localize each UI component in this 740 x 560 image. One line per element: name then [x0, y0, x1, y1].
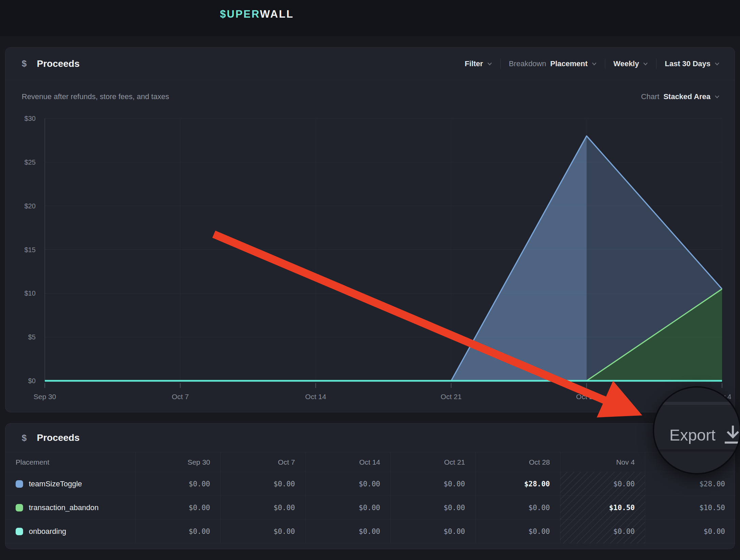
column-header: Oct 14	[305, 452, 390, 472]
table-cell: $0.00	[475, 520, 560, 543]
y-axis-label: $10	[24, 290, 36, 297]
logo-white-part: WALL	[260, 8, 294, 20]
table-cell: $0.00	[475, 496, 560, 520]
chevron-down-icon	[643, 62, 648, 66]
interval-select[interactable]: Weekly	[605, 59, 656, 68]
chart-panel-title: Proceeds	[37, 58, 79, 69]
table-cell: $0.00	[560, 472, 645, 496]
superwall-logo: $UPERWALL	[220, 8, 294, 20]
x-axis-label: Sep 30	[34, 393, 56, 400]
table-cell: $28.00	[475, 472, 560, 496]
table-border	[645, 452, 645, 543]
chart-subtitle: Revenue after refunds, store fees, and t…	[22, 92, 169, 101]
table-border	[305, 452, 306, 543]
y-axis-label: $20	[24, 202, 36, 210]
table-cell: $0.00	[645, 520, 735, 543]
dollar-icon: $	[22, 58, 26, 69]
proceeds-table-panel: $ Proceeds Export PlacementSep 30Oct 7Oc…	[5, 423, 735, 549]
logo-teal-part: $UPER	[220, 8, 260, 20]
topbar: $UPERWALL	[0, 0, 740, 36]
column-header: Oct 28	[475, 452, 560, 472]
column-header: Oct 21	[390, 452, 475, 472]
filter-button[interactable]: Filter	[457, 59, 500, 68]
y-axis-label: $0	[28, 377, 36, 385]
table-border	[220, 452, 221, 543]
column-header: Oct 7	[220, 452, 305, 472]
table-cell: $0.00	[305, 520, 390, 543]
date-range-value: Last 30 Days	[665, 59, 710, 68]
breakdown-label: Breakdown	[509, 59, 546, 68]
chart-controls: Filter Breakdown Placement Weekly Last 3…	[457, 59, 720, 69]
table-row-label: teamSizeToggle	[5, 472, 135, 496]
table-cell: $10.50	[560, 496, 645, 520]
table-cell: $0.00	[390, 520, 475, 543]
y-axis-label: $5	[28, 333, 36, 341]
placement-name: onboarding	[29, 527, 66, 536]
column-header: Placement	[5, 452, 135, 472]
table-border	[135, 452, 136, 543]
chart-type-value: Stacked Area	[663, 92, 710, 101]
table-cell: $0.00	[305, 496, 390, 520]
column-header: Nov 4	[560, 452, 645, 472]
table-border	[475, 452, 476, 543]
y-axis-label: $15	[24, 246, 36, 254]
x-axis-label: Oct 14	[305, 393, 326, 400]
download-icon	[723, 424, 740, 447]
chart-subbar: Revenue after refunds, store fees, and t…	[5, 80, 735, 113]
chevron-down-icon	[715, 62, 720, 66]
series-swatch-icon	[16, 504, 23, 511]
x-axis-label: Oct 28	[576, 393, 597, 400]
placement-name: transaction_abandon	[29, 503, 99, 512]
table-cell: $28.00	[645, 472, 735, 496]
proceeds-chart-panel: $ Proceeds Filter Breakdown Placement We…	[5, 47, 735, 412]
breakdown-value: Placement	[550, 59, 588, 68]
placement-name: teamSizeToggle	[29, 480, 82, 488]
table-panel-titlebar: $ Proceeds Export	[5, 424, 735, 452]
chart-type-select[interactable]: Chart Stacked Area	[633, 92, 720, 101]
chevron-down-icon	[715, 95, 720, 98]
table-row-label: transaction_abandon	[5, 496, 135, 520]
dollar-icon: $	[22, 433, 26, 443]
export-button-magnified[interactable]: Export	[664, 423, 721, 447]
chart-panel-titlebar: $ Proceeds Filter Breakdown Placement We…	[5, 48, 735, 80]
bubble-divider	[654, 449, 740, 452]
table-cell: $0.00	[305, 472, 390, 496]
interval-value: Weekly	[613, 59, 639, 68]
table-cell: $0.00	[135, 496, 220, 520]
table-border	[560, 452, 560, 543]
magnifier-bubble: Export	[653, 386, 740, 474]
table-border	[390, 452, 391, 543]
y-axis-label: $30	[24, 115, 36, 122]
breakdown-select[interactable]: Breakdown Placement	[501, 59, 605, 68]
y-axis-label: $25	[24, 158, 36, 166]
chevron-down-icon	[487, 62, 492, 66]
chart-type-label: Chart	[641, 92, 660, 101]
table-cell: $0.00	[135, 520, 220, 543]
filter-label: Filter	[465, 59, 483, 68]
table-panel-title: Proceeds	[37, 432, 79, 443]
table-cell: $0.00	[135, 472, 220, 496]
proceeds-table: PlacementSep 30Oct 7Oct 14Oct 21Oct 28No…	[5, 452, 735, 543]
x-axis-label: Oct 7	[172, 393, 189, 400]
series-swatch-icon	[16, 528, 23, 535]
table-cell: $0.00	[220, 520, 305, 543]
x-axis-label: Oct 21	[441, 393, 462, 400]
table-cell: $0.00	[390, 496, 475, 520]
table-cell: $0.00	[390, 472, 475, 496]
page: $UPERWALL $ Proceeds Filter Breakdown Pl…	[0, 0, 740, 560]
series-swatch-icon	[16, 480, 23, 488]
column-header: Sep 30	[135, 452, 220, 472]
table-cell: $10.50	[645, 496, 735, 520]
table-cell: $0.00	[220, 472, 305, 496]
table-cell: $0.00	[220, 496, 305, 520]
chevron-down-icon	[592, 62, 597, 66]
bubble-divider	[654, 402, 740, 405]
table-row-label: onboarding	[5, 520, 135, 543]
table-cell: $0.00	[560, 520, 645, 543]
date-range-select[interactable]: Last 30 Days	[656, 59, 720, 68]
table-border	[5, 543, 735, 543]
